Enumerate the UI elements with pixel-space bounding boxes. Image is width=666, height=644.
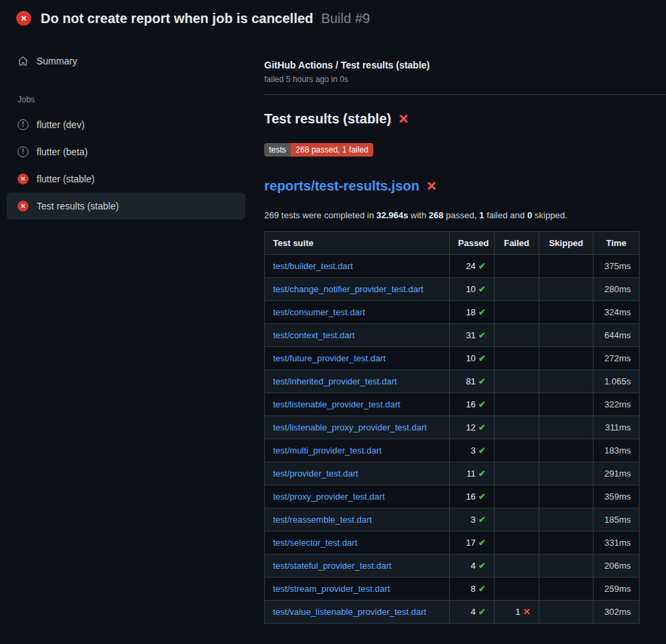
time-value: 324ms: [594, 301, 640, 324]
home-icon: [18, 56, 28, 66]
test-suite-link[interactable]: test/proxy_provider_test.dart: [273, 491, 385, 502]
time-value: 359ms: [594, 485, 640, 508]
passed-count: 17: [466, 538, 476, 548]
col-header-failed: Failed: [495, 232, 539, 255]
time-value: 280ms: [594, 278, 640, 301]
test-suite-link[interactable]: test/listenable_proxy_provider_test.dart: [273, 422, 427, 432]
x-mark-icon: ✕: [523, 607, 530, 617]
summary-text: failed and: [484, 210, 528, 220]
test-suite-link[interactable]: test/inherited_provider_test.dart: [273, 376, 397, 386]
test-suite-link[interactable]: test/stateful_provider_test.dart: [273, 561, 392, 571]
test-suite-link[interactable]: test/builder_test.dart: [273, 261, 353, 271]
failed-x-icon: ✕: [426, 180, 437, 193]
table-row: test/proxy_provider_test.dart 16✔ ✕ 359m…: [265, 485, 640, 508]
check-icon: ✔: [478, 399, 486, 409]
summary-passed-count: 268: [429, 210, 444, 220]
report-heading: reports/test-results.json ✕: [264, 178, 666, 194]
workflow-run-title: Do not create report when job is cancell…: [41, 11, 313, 26]
passed-count: 12: [466, 422, 476, 432]
table-row: test/value_listenable_provider_test.dart…: [265, 601, 640, 624]
check-icon: ✔: [478, 376, 486, 386]
sidebar-summary-label: Summary: [37, 56, 77, 66]
table-row: test/multi_provider_test.dart 3✔ ✕ 183ms: [265, 439, 640, 462]
time-value: 375ms: [594, 255, 640, 278]
sidebar-item-summary[interactable]: Summary: [7, 49, 245, 73]
test-suite-link[interactable]: test/value_listenable_provider_test.dart: [273, 607, 426, 617]
test-suite-link[interactable]: test/multi_provider_test.dart: [273, 445, 381, 456]
sidebar-job-item[interactable]: ! flutter (dev): [7, 111, 245, 138]
time-value: 185ms: [594, 508, 640, 531]
time-value: 331ms: [594, 531, 640, 555]
passed-count: 81: [466, 376, 476, 386]
main-content: GitHub Actions / Test results (stable) f…: [264, 34, 666, 624]
col-header-skipped: Skipped: [539, 232, 594, 255]
col-header-test-suite: Test suite: [265, 232, 450, 255]
summary-text: passed,: [444, 210, 480, 220]
test-suite-link[interactable]: test/listenable_provider_test.dart: [273, 399, 400, 409]
test-suite-link[interactable]: test/selector_test.dart: [273, 538, 357, 548]
table-header-row: Test suite Passed Failed Skipped Time: [265, 232, 640, 255]
results-section-title-text: Test results (stable): [264, 111, 391, 127]
content-layout: Summary Jobs ! flutter (dev) ! flutter (…: [0, 34, 666, 624]
page-header: ✕ Do not create report when job is cance…: [0, 0, 666, 34]
test-suite-link[interactable]: test/provider_test.dart: [273, 468, 358, 479]
x-circle-icon: ✕: [18, 174, 28, 184]
tests-badge-label: tests: [264, 143, 291, 157]
results-section-title: Test results (stable) ✕: [264, 111, 666, 127]
check-icon: ✔: [478, 284, 486, 294]
check-icon: ✔: [478, 261, 486, 271]
sidebar-job-item[interactable]: ✕ Test results (stable): [7, 193, 245, 220]
summary-text: skipped.: [532, 210, 567, 220]
test-suite-link[interactable]: test/future_provider_test.dart: [273, 353, 386, 363]
passed-count: 10: [466, 353, 476, 363]
time-value: 206ms: [594, 555, 640, 578]
table-row: test/stateful_provider_test.dart 4✔ ✕ 20…: [265, 555, 640, 578]
breadcrumb: GitHub Actions / Test results (stable): [264, 60, 666, 71]
report-file-link[interactable]: reports/test-results.json: [264, 178, 419, 194]
sidebar-job-item[interactable]: ✕ flutter (stable): [7, 165, 245, 193]
test-suite-link[interactable]: test/stream_provider_test.dart: [273, 584, 390, 594]
passed-count: 3: [471, 515, 476, 525]
summary-failed-count: 1: [479, 210, 484, 220]
check-icon: ✔: [478, 353, 486, 363]
failed-count: 1: [516, 607, 520, 617]
build-number: Build #9: [321, 11, 370, 26]
time-value: 322ms: [594, 393, 640, 416]
check-icon: ✔: [478, 422, 486, 432]
sidebar-job-item[interactable]: ! flutter (beta): [7, 138, 245, 165]
check-icon: ✔: [478, 538, 486, 548]
time-value: 259ms: [594, 578, 640, 601]
passed-count: 4: [471, 607, 476, 617]
check-icon: ✔: [478, 445, 486, 456]
failed-x-icon: ✕: [398, 113, 409, 125]
table-row: test/future_provider_test.dart 10✔ ✕ 272…: [265, 347, 640, 370]
time-value: 311ms: [594, 416, 640, 439]
table-row: test/stream_provider_test.dart 8✔ ✕ 259m…: [265, 578, 640, 601]
job-label: flutter (beta): [37, 146, 87, 157]
alert-circle-icon: !: [18, 146, 28, 157]
test-suite-link[interactable]: test/consumer_test.dart: [273, 307, 365, 317]
jobs-section-label: Jobs: [18, 95, 245, 104]
check-icon: ✔: [478, 607, 486, 617]
test-results-table: Test suite Passed Failed Skipped Time te…: [264, 231, 640, 624]
summary-text: with: [408, 210, 428, 220]
summary-line: 269 tests were completed in 32.964s with…: [264, 210, 666, 220]
col-header-time: Time: [594, 232, 640, 255]
test-suite-link[interactable]: test/change_notifier_provider_test.dart: [273, 284, 423, 294]
passed-count: 16: [466, 399, 476, 409]
time-value: 302ms: [594, 601, 640, 624]
check-icon: ✔: [478, 330, 486, 340]
tests-badge-value: 268 passed, 1 failed: [291, 143, 373, 157]
job-label: Test results (stable): [37, 201, 119, 212]
run-status-line: failed 5 hours ago in 0s: [264, 75, 666, 84]
passed-count: 31: [466, 330, 476, 340]
check-icon: ✔: [478, 307, 486, 317]
summary-text: 269 tests were completed in: [264, 210, 376, 220]
time-value: 272ms: [594, 347, 640, 370]
time-value: 1.065s: [594, 370, 640, 393]
x-circle-icon: ✕: [18, 201, 28, 212]
content-divider: [264, 94, 666, 95]
passed-count: 8: [471, 584, 476, 594]
test-suite-link[interactable]: test/reassemble_test.dart: [273, 515, 372, 525]
test-suite-link[interactable]: test/context_test.dart: [273, 330, 355, 340]
